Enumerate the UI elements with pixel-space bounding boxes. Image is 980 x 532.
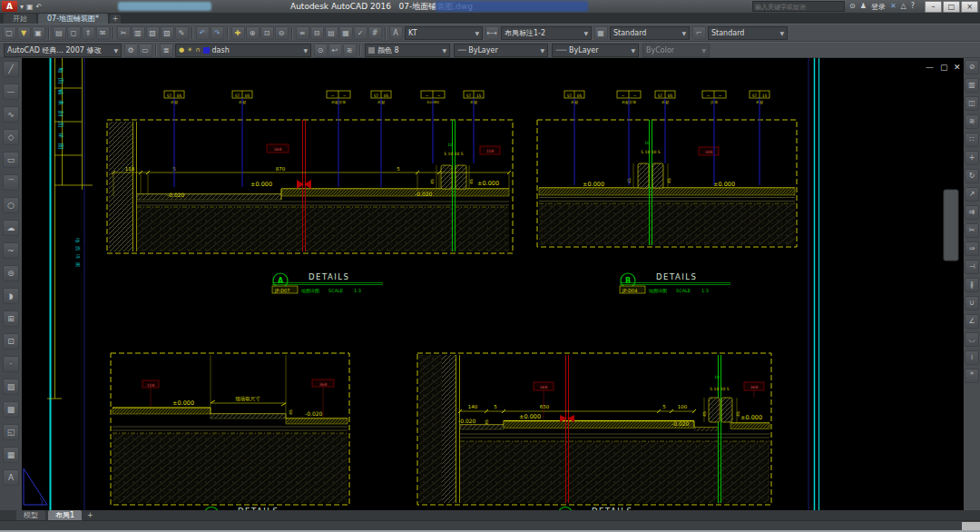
sign-in-label[interactable]: 登录: [871, 2, 886, 12]
revision-cloud-icon[interactable]: [3, 220, 19, 236]
join-icon[interactable]: [965, 296, 979, 310]
new-icon[interactable]: [3, 26, 16, 40]
publish-icon[interactable]: [82, 26, 95, 40]
layer-properties-icon[interactable]: [160, 44, 173, 57]
region-icon[interactable]: [3, 424, 19, 440]
mtext-icon[interactable]: [3, 469, 19, 486]
save-icon[interactable]: [32, 26, 45, 40]
circle-icon[interactable]: [3, 197, 19, 213]
move-icon[interactable]: [965, 151, 979, 165]
paste-special-icon[interactable]: [161, 26, 174, 40]
spline-icon[interactable]: [3, 242, 19, 259]
sheet-set-manager-icon[interactable]: [339, 26, 353, 40]
scale-icon[interactable]: [965, 187, 979, 202]
exchange-apps-icon[interactable]: ✕: [890, 2, 897, 11]
fillet-icon[interactable]: [965, 332, 979, 347]
cut-icon[interactable]: [117, 26, 131, 40]
polyline-icon[interactable]: [3, 106, 19, 123]
table-style-combo[interactable]: Standard▼: [610, 26, 690, 40]
properties-icon[interactable]: [296, 26, 309, 40]
create-block-icon[interactable]: [3, 333, 19, 350]
color-combo[interactable]: 颜色 8▼: [365, 44, 450, 57]
workspace-combo[interactable]: AutoCAD 经典... 2007 修改▼: [4, 44, 122, 57]
text-style-combo[interactable]: KT▼: [405, 26, 483, 40]
ellipse-icon[interactable]: [3, 265, 19, 281]
offset-icon[interactable]: [965, 114, 979, 129]
tab-start[interactable]: 开始: [4, 14, 36, 24]
break-icon[interactable]: [965, 278, 979, 292]
restore-button[interactable]: □: [943, 1, 960, 13]
make-current-layer-icon[interactable]: [314, 44, 328, 57]
mirror-icon[interactable]: [965, 96, 979, 111]
gradient-icon[interactable]: [3, 401, 19, 418]
plot-icon[interactable]: [53, 26, 66, 40]
line-icon[interactable]: [3, 61, 19, 77]
insert-block-icon[interactable]: [3, 310, 19, 327]
lineweight-combo[interactable]: —— ByLayer▼: [552, 44, 639, 57]
plot-preview-icon[interactable]: [67, 26, 81, 40]
workspace-settings-icon[interactable]: [124, 44, 138, 57]
linetype-combo[interactable]: ------ ByLayer▼: [454, 44, 548, 57]
arc-icon[interactable]: [3, 174, 19, 191]
copy-icon[interactable]: [965, 78, 979, 93]
redo-icon[interactable]: [211, 26, 224, 40]
zoom-previous-icon[interactable]: [275, 26, 289, 40]
layer-previous-icon[interactable]: [328, 44, 342, 57]
match-properties-icon[interactable]: [175, 26, 189, 40]
undo-icon[interactable]: [196, 26, 210, 40]
array-icon[interactable]: [965, 133, 979, 147]
etransmit-icon[interactable]: [96, 26, 110, 40]
minimize-button[interactable]: –: [925, 1, 942, 13]
layer-states-icon[interactable]: [343, 44, 357, 57]
chamfer-icon[interactable]: [965, 314, 979, 329]
open-icon[interactable]: [17, 26, 31, 40]
construction-line-icon[interactable]: [3, 84, 19, 100]
new-layout-button[interactable]: +: [84, 511, 96, 519]
extend-icon[interactable]: [965, 241, 979, 256]
a360-icon[interactable]: △: [901, 2, 906, 11]
polygon-icon[interactable]: [3, 129, 19, 145]
logo-dropdown-icon[interactable]: ▾: [20, 3, 24, 11]
tool-palettes-icon[interactable]: [325, 26, 338, 40]
point-icon[interactable]: [3, 356, 19, 372]
autocad-logo-icon[interactable]: A: [2, 1, 17, 12]
workspace-save-icon[interactable]: [139, 44, 152, 57]
markup-set-manager-icon[interactable]: [354, 26, 368, 40]
stretch-icon[interactable]: [965, 205, 979, 220]
mleader-style-combo[interactable]: Standard▼: [708, 26, 788, 40]
zoom-realtime-icon[interactable]: [246, 26, 260, 40]
help-search-input[interactable]: [752, 1, 845, 12]
erase-icon[interactable]: [965, 60, 979, 74]
dim-style-combo[interactable]: 布局标注1-2▼: [501, 26, 592, 40]
copy-clip-icon[interactable]: [132, 26, 145, 40]
drawing-canvas[interactable]: 地面铺装剖面详图 地面详图: [22, 58, 964, 510]
vertical-scrollbar-thumb[interactable]: [944, 190, 958, 261]
doc-minimize-button[interactable]: —: [926, 63, 934, 72]
zoom-window-icon[interactable]: [260, 26, 274, 40]
tab-model[interactable]: 模型: [16, 510, 45, 520]
qat-undo-icon[interactable]: ↶: [36, 3, 43, 11]
rotate-icon[interactable]: [965, 169, 979, 183]
doc-close-button[interactable]: ✕: [954, 63, 961, 72]
explode-icon[interactable]: [965, 369, 979, 383]
tab-layout1[interactable]: 布局1: [48, 510, 82, 520]
quick-calc-icon[interactable]: [368, 26, 382, 40]
user-icon[interactable]: ♟: [860, 2, 867, 11]
blend-icon[interactable]: [965, 350, 979, 365]
ellipse-arc-icon[interactable]: [3, 288, 19, 304]
rectangle-icon[interactable]: [3, 152, 19, 168]
hatch-icon[interactable]: [3, 379, 19, 395]
new-tab-button[interactable]: +: [110, 15, 121, 24]
help-icon[interactable]: ?: [911, 2, 915, 11]
break-at-point-icon[interactable]: [965, 260, 979, 274]
qat-save-icon[interactable]: ▣: [26, 3, 34, 11]
trim-icon[interactable]: [965, 223, 979, 238]
doc-restore-button[interactable]: ▢: [940, 63, 948, 72]
pan-icon[interactable]: [231, 26, 245, 40]
tab-drawing[interactable]: 07-地面铺装图*: [38, 14, 108, 24]
model-space[interactable]: 地面铺装剖面详图 地面详图: [22, 58, 964, 510]
table-icon[interactable]: [3, 447, 19, 463]
search-icon[interactable]: ⊙: [849, 2, 856, 11]
close-button[interactable]: ×: [961, 1, 978, 13]
design-center-icon[interactable]: [310, 26, 324, 40]
